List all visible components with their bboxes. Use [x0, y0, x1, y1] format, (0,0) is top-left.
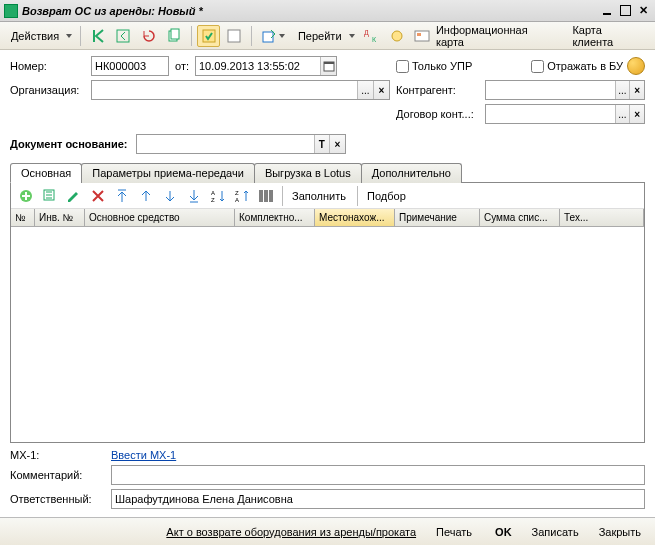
sort-desc-button[interactable]: ZA: [231, 186, 253, 206]
minimize-button[interactable]: [599, 4, 615, 18]
edit-row-button[interactable]: [63, 186, 85, 206]
nav-first-button[interactable]: [86, 25, 109, 47]
docbase-label: Документ основание:: [10, 138, 128, 150]
org-clear-button[interactable]: ×: [373, 81, 389, 99]
counterparty-input[interactable]: [486, 81, 615, 99]
docbase-type-button[interactable]: T: [314, 135, 329, 153]
grid-body[interactable]: [11, 227, 644, 427]
comment-label: Комментарий:: [10, 469, 105, 481]
svg-rect-12: [324, 62, 334, 64]
go-menu[interactable]: Перейти: [291, 25, 358, 47]
reflect-bu-input[interactable]: [531, 60, 544, 73]
export-button[interactable]: [257, 25, 289, 47]
unpost-button[interactable]: [222, 25, 245, 47]
mx1-link[interactable]: Ввести МХ-1: [111, 449, 176, 461]
contract-field[interactable]: ... ×: [485, 104, 645, 124]
move-bottom-button[interactable]: [183, 186, 205, 206]
org-field[interactable]: ... ×: [91, 80, 390, 100]
dk-icon: ДК: [364, 28, 379, 44]
close-button[interactable]: ✕: [635, 4, 651, 18]
col-tech[interactable]: Тех...: [560, 209, 644, 226]
comment-field[interactable]: [111, 465, 645, 485]
reflect-bu-checkbox[interactable]: Отражать в БУ: [531, 60, 623, 73]
col-inv[interactable]: Инв. №: [35, 209, 85, 226]
add-row-button[interactable]: [15, 186, 37, 206]
act-link[interactable]: Акт о возврате оборудования из аренды/пр…: [160, 522, 422, 542]
counterparty-select-button[interactable]: ...: [615, 81, 630, 99]
col-note[interactable]: Примечание: [395, 209, 480, 226]
nav-prev-button[interactable]: [111, 25, 134, 47]
main-toolbar: Действия Перейти ДК Информационная карта…: [0, 22, 655, 50]
grid-header: № Инв. № Основное средство Комплектно...…: [11, 209, 644, 227]
col-location[interactable]: Местонахож...: [315, 209, 395, 226]
resp-field[interactable]: [111, 489, 645, 509]
counterparty-clear-button[interactable]: ×: [629, 81, 644, 99]
actions-menu[interactable]: Действия: [4, 25, 75, 47]
barcode-button[interactable]: [255, 186, 277, 206]
arrow-up-icon: [138, 188, 154, 204]
org-select-button[interactable]: ...: [357, 81, 373, 99]
plus-icon: [18, 188, 34, 204]
calendar-button[interactable]: [320, 57, 336, 75]
number-field[interactable]: [91, 56, 169, 76]
resp-input[interactable]: [112, 490, 644, 508]
footer-section: МХ-1: Ввести МХ-1 Комментарий: Ответстве…: [0, 443, 655, 509]
write-button[interactable]: Записать: [526, 522, 585, 542]
maximize-button[interactable]: [617, 4, 633, 18]
docbase-clear-button[interactable]: ×: [329, 135, 344, 153]
ok-button[interactable]: OK: [489, 522, 518, 542]
date-input[interactable]: [196, 57, 320, 75]
copy-row-button[interactable]: [39, 186, 61, 206]
data-grid[interactable]: № Инв. № Основное средство Комплектно...…: [11, 209, 644, 442]
clientcard-button[interactable]: Карта клиента: [564, 25, 651, 47]
move-top-button[interactable]: [111, 186, 133, 206]
counterparty-field[interactable]: ... ×: [485, 80, 645, 100]
org-input[interactable]: [92, 81, 357, 99]
col-asset[interactable]: Основное средство: [85, 209, 235, 226]
close-form-button[interactable]: Закрыть: [593, 522, 647, 542]
tab-main[interactable]: Основная: [10, 163, 82, 183]
settings-button[interactable]: [385, 25, 408, 47]
tab-lotus[interactable]: Выгрузка в Lotus: [254, 163, 362, 183]
contract-input[interactable]: [486, 105, 615, 123]
svg-text:A: A: [211, 190, 215, 196]
reflect-bu-label: Отражать в БУ: [547, 60, 623, 72]
move-up-button[interactable]: [135, 186, 157, 206]
contract-clear-button[interactable]: ×: [629, 105, 644, 123]
col-complete[interactable]: Комплектно...: [235, 209, 315, 226]
coin-icon[interactable]: [627, 57, 645, 75]
contract-select-button[interactable]: ...: [615, 105, 630, 123]
comment-input[interactable]: [112, 466, 644, 484]
dk-button[interactable]: ДК: [360, 25, 383, 47]
copy-button[interactable]: [162, 25, 185, 47]
select-button[interactable]: Подбор: [363, 190, 410, 202]
svg-point-8: [392, 31, 402, 41]
infocard-button[interactable]: Информационная карта: [410, 25, 562, 47]
refresh-button[interactable]: [137, 25, 160, 47]
date-field[interactable]: [195, 56, 337, 76]
post-button[interactable]: [197, 25, 220, 47]
docbase-input[interactable]: [137, 135, 314, 153]
refresh-icon: [141, 28, 156, 44]
resp-label: Ответственный:: [10, 493, 105, 505]
counterparty-label: Контрагент:: [396, 84, 481, 96]
sort-asc-button[interactable]: AZ: [207, 186, 229, 206]
number-input[interactable]: [92, 57, 168, 75]
only-upr-input[interactable]: [396, 60, 409, 73]
actions-label: Действия: [7, 30, 63, 42]
move-down-button[interactable]: [159, 186, 181, 206]
fill-menu[interactable]: Заполнить: [288, 190, 352, 202]
post-icon: [201, 28, 216, 44]
delete-row-button[interactable]: [87, 186, 109, 206]
sort-desc-icon: ZA: [234, 188, 250, 204]
arrow-bottom-icon: [186, 188, 202, 204]
col-num[interactable]: №: [11, 209, 35, 226]
print-menu[interactable]: Печать: [430, 522, 481, 542]
docbase-field[interactable]: T ×: [136, 134, 346, 154]
col-writeoff[interactable]: Сумма спис...: [480, 209, 560, 226]
tab-params[interactable]: Параметры приема-передачи: [81, 163, 255, 183]
only-upr-checkbox[interactable]: Только УПР: [396, 60, 472, 73]
tab-extra[interactable]: Дополнительно: [361, 163, 462, 183]
separator: [191, 26, 192, 46]
contract-label: Договор конт...:: [396, 108, 481, 120]
